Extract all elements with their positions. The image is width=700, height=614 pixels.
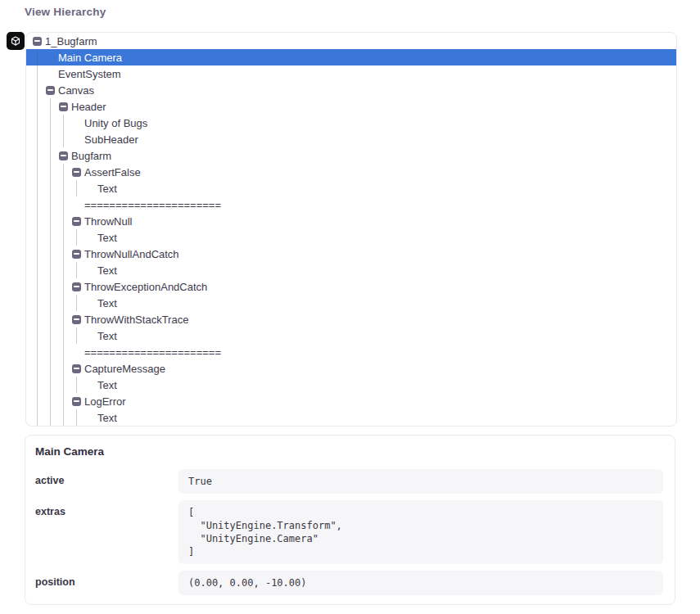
property-value: [ "UnityEngine.Transform", "UnityEngine.… — [178, 500, 663, 564]
tree-item-label: AssertFalse — [84, 166, 141, 178]
tree-item-label: Unity of Bugs — [84, 117, 147, 129]
tree-item-thrownull[interactable]: ThrowNull — [26, 213, 676, 229]
tree-item-label: SubHeader — [84, 133, 138, 146]
collapse-icon[interactable] — [72, 282, 81, 291]
tree-item-text[interactable]: Text — [26, 180, 676, 196]
unity-cube-glyph — [9, 34, 22, 47]
tree-item-separator[interactable]: ====================== — [26, 344, 676, 360]
collapse-icon[interactable] — [72, 364, 81, 373]
tree-item-label: ====================== — [84, 346, 221, 359]
hierarchy-panel: 1_BugfarmMain CameraEventSystemCanvasHea… — [25, 32, 677, 427]
tree-item-label: Bugfarm — [71, 150, 111, 162]
property-value: (0.00, 0.00, -10.00) — [178, 571, 663, 595]
page-title: View Hierarchy — [25, 6, 106, 18]
collapse-icon[interactable] — [46, 86, 55, 95]
tree-item-label: 1_Bugfarm — [45, 35, 97, 47]
tree-item-label: Text — [97, 183, 117, 195]
tree-item-label: ThrowWithStackTrace — [84, 314, 188, 326]
tree-item-eventsystem[interactable]: EventSystem — [26, 65, 676, 82]
tree-item-label: Text — [97, 412, 117, 424]
property-label: active — [35, 469, 178, 494]
property-label: extras — [35, 500, 178, 564]
tree-item-throwwithstacktrace[interactable]: ThrowWithStackTrace — [26, 311, 676, 327]
detail-row-active: activeTrue — [35, 469, 663, 494]
tree-item-label: Text — [97, 232, 117, 244]
details-rows: activeTrueextras[ "UnityEngine.Transform… — [35, 469, 663, 595]
tree-item-label: ThrowExceptionAndCatch — [84, 281, 207, 293]
tree-item-label: CaptureMessage — [84, 363, 165, 375]
tree-item-text[interactable]: Text — [26, 409, 676, 426]
tree-item-text[interactable]: Text — [26, 327, 676, 344]
collapse-icon[interactable] — [33, 37, 42, 46]
property-label: position — [35, 571, 178, 595]
details-panel: Main Camera activeTrueextras[ "UnityEngi… — [25, 435, 675, 605]
tree-item-text[interactable]: Text — [26, 229, 676, 246]
tree-item-main-camera[interactable]: Main Camera — [26, 49, 676, 65]
collapse-icon[interactable] — [72, 397, 81, 406]
tree-item-separator[interactable]: ====================== — [26, 196, 676, 213]
collapse-icon[interactable] — [72, 217, 81, 226]
collapse-icon[interactable] — [59, 102, 68, 111]
hierarchy-tree: 1_BugfarmMain CameraEventSystemCanvasHea… — [26, 33, 676, 426]
detail-row-position: position(0.00, 0.00, -10.00) — [35, 571, 663, 595]
tree-item-text[interactable]: Text — [26, 262, 676, 278]
tree-item-assertfalse[interactable]: AssertFalse — [26, 164, 676, 180]
tree-item-label: Text — [97, 330, 117, 342]
tree-item-label: Text — [97, 379, 117, 391]
tree-item-throwexceptionandcatch[interactable]: ThrowExceptionAndCatch — [26, 278, 676, 295]
unity-cube-icon — [7, 32, 25, 50]
tree-item-text[interactable]: Text — [26, 377, 676, 393]
tree-item-canvas[interactable]: Canvas — [26, 82, 676, 98]
tree-item-1-bugfarm[interactable]: 1_Bugfarm — [26, 33, 676, 49]
tree-item-header[interactable]: Header — [26, 98, 676, 115]
collapse-icon[interactable] — [59, 151, 68, 160]
tree-item-text[interactable]: Text — [26, 295, 676, 311]
collapse-icon[interactable] — [72, 250, 81, 259]
tree-item-capturemessage[interactable]: CaptureMessage — [26, 360, 676, 377]
tree-item-label: LogError — [84, 395, 126, 408]
tree-item-label: ThrowNull — [84, 215, 133, 228]
collapse-icon[interactable] — [72, 168, 81, 177]
details-title: Main Camera — [35, 445, 663, 458]
property-value: True — [178, 469, 663, 494]
detail-row-extras: extras[ "UnityEngine.Transform", "UnityE… — [35, 500, 663, 564]
tree-item-bugfarm[interactable]: Bugfarm — [26, 147, 676, 164]
tree-item-label: Header — [71, 101, 106, 113]
tree-item-subheader[interactable]: SubHeader — [26, 131, 676, 147]
tree-item-label: Text — [97, 297, 117, 309]
tree-item-label: EventSystem — [58, 68, 121, 80]
tree-item-label: Main Camera — [58, 52, 122, 64]
tree-item-label: ====================== — [84, 199, 221, 211]
tree-item-thrownullandcatch[interactable]: ThrowNullAndCatch — [26, 246, 676, 262]
tree-item-label: Canvas — [58, 84, 94, 97]
tree-item-unity-of-bugs[interactable]: Unity of Bugs — [26, 115, 676, 131]
collapse-icon[interactable] — [72, 315, 81, 324]
tree-item-label: ThrowNullAndCatch — [84, 248, 179, 260]
tree-item-label: Text — [97, 264, 117, 277]
tree-item-logerror[interactable]: LogError — [26, 393, 676, 409]
